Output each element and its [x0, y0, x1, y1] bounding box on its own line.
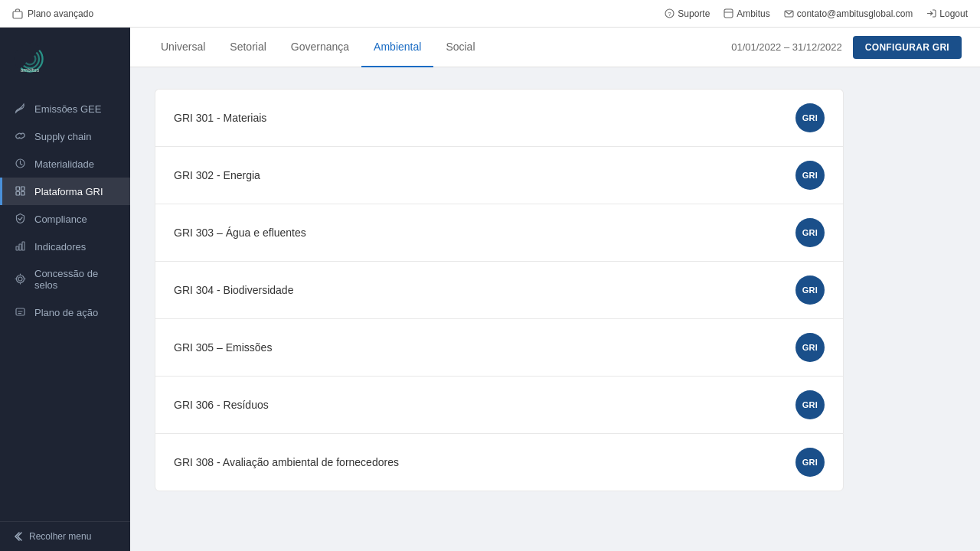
sidebar-label-supply-chain: Supply chain: [34, 131, 91, 142]
gri-item-gri-301[interactable]: GRI 301 - Materiais GRI: [155, 89, 844, 146]
sidebar-label-compliance: Compliance: [34, 214, 87, 225]
bar-icon: [15, 240, 27, 253]
logo[interactable]: ambitus: [0, 28, 130, 92]
support-link[interactable]: ? Suporte: [665, 8, 710, 19]
configurar-gri-button[interactable]: CONFIGURAR GRI: [853, 36, 962, 59]
sidebar-label-plano-acao: Plano de ação: [34, 307, 98, 318]
sidebar-item-plano-acao[interactable]: Plano de ação: [0, 298, 130, 326]
svg-rect-16: [21, 192, 25, 196]
gri-item-gri-303[interactable]: GRI 303 – Água e efluentes GRI: [155, 204, 844, 261]
sidebar-label-indicadores: Indicadores: [34, 241, 86, 253]
briefcase-icon: [12, 8, 23, 19]
sidebar-label-plataforma-gri: Plataforma GRI: [34, 186, 103, 197]
logout-icon: [926, 8, 936, 18]
tab-governanca[interactable]: Governança: [279, 28, 361, 67]
chain-icon: [15, 130, 27, 142]
date-range: 01/01/2022 – 31/12/2022: [731, 41, 842, 53]
main-content: GRI 301 - Materiais GRI GRI 302 - Energi…: [130, 67, 980, 551]
sidebar-item-supply-chain[interactable]: Supply chain: [0, 122, 130, 150]
material-icon: [15, 158, 27, 170]
action-icon: [15, 306, 27, 318]
tab-social[interactable]: Social: [433, 28, 487, 67]
sidebar: ambitus Emissões GEE Supply chain Materi…: [0, 28, 130, 551]
grid-icon: [15, 185, 27, 197]
nav-bar: UniversalSetorialGovernançaAmbientalSoci…: [130, 28, 980, 67]
gri-label-gri-302: GRI 302 - Energia: [174, 169, 260, 181]
support-icon: ?: [665, 8, 675, 18]
sidebar-item-materialidade[interactable]: Materialidade: [0, 150, 130, 178]
svg-rect-19: [22, 242, 24, 250]
sidebar-bottom: Recolher menu: [0, 521, 130, 551]
compliance-icon: [15, 213, 27, 225]
svg-rect-17: [16, 246, 18, 250]
collapse-label: Recolher menu: [29, 531, 91, 542]
svg-rect-15: [16, 192, 20, 196]
svg-rect-13: [16, 187, 20, 191]
tab-universal[interactable]: Universal: [149, 28, 217, 67]
svg-point-20: [17, 276, 24, 283]
gri-label-gri-308: GRI 308 - Avaliação ambiental de fornece…: [174, 456, 399, 468]
gri-item-gri-304[interactable]: GRI 304 - Biodiversidade GRI: [155, 261, 844, 318]
sidebar-item-plataforma-gri[interactable]: Plataforma GRI: [0, 178, 130, 205]
seal-icon: [15, 273, 27, 285]
gri-list: GRI 301 - Materiais GRI GRI 302 - Energi…: [155, 89, 844, 491]
email-icon: [784, 8, 794, 18]
gri-badge-gri-305: GRI: [795, 333, 825, 362]
sidebar-label-concessao-selos: Concessão de selos: [34, 268, 118, 291]
svg-rect-14: [21, 187, 25, 191]
gri-item-gri-308[interactable]: GRI 308 - Avaliação ambiental de fornece…: [155, 433, 844, 491]
sidebar-item-concessao-selos[interactable]: Concessão de selos: [0, 260, 130, 298]
collapse-menu-button[interactable]: Recolher menu: [12, 531, 118, 542]
nav-tabs: UniversalSetorialGovernançaAmbientalSoci…: [149, 28, 488, 67]
gri-item-gri-305[interactable]: GRI 305 – Emissões GRI: [155, 318, 844, 376]
sidebar-label-emissoes-gee: Emissões GEE: [34, 103, 101, 115]
leaf-icon: [15, 103, 27, 115]
ambitus-icon: [724, 8, 733, 18]
topbar-plan: Plano avançado: [12, 8, 93, 19]
email-link[interactable]: contato@ambitusglobal.com: [784, 8, 913, 19]
gri-badge-gri-303: GRI: [795, 218, 825, 247]
gri-item-gri-306[interactable]: GRI 306 - Resíduos GRI: [155, 376, 844, 433]
sidebar-item-compliance[interactable]: Compliance: [0, 205, 130, 233]
svg-text:ambitus: ambitus: [21, 67, 40, 73]
gri-badge-gri-301: GRI: [795, 103, 825, 132]
svg-point-21: [18, 277, 22, 281]
plan-label: Plano avançado: [28, 8, 93, 19]
chevron-left-icon: [12, 531, 23, 542]
gri-badge-gri-306: GRI: [795, 390, 825, 419]
topbar-actions: ? Suporte Ambitus contato@ambitusglobal.…: [665, 8, 968, 19]
gri-label-gri-306: GRI 306 - Resíduos: [174, 399, 269, 411]
ambitus-link[interactable]: Ambitus: [724, 8, 769, 19]
gri-badge-gri-302: GRI: [795, 161, 825, 190]
logo-image: ambitus: [12, 41, 47, 77]
logout-link[interactable]: Logout: [926, 8, 968, 19]
gri-label-gri-305: GRI 305 – Emissões: [174, 341, 272, 354]
gri-label-gri-303: GRI 303 – Água e efluentes: [174, 227, 306, 239]
svg-rect-18: [19, 244, 21, 250]
gri-label-gri-304: GRI 304 - Biodiversidade: [174, 284, 293, 296]
sidebar-nav: Emissões GEE Supply chain Materialidade …: [0, 92, 130, 521]
tab-setorial[interactable]: Setorial: [217, 28, 278, 67]
content-area: UniversalSetorialGovernançaAmbientalSoci…: [130, 28, 980, 551]
tab-ambiental[interactable]: Ambiental: [361, 28, 433, 67]
nav-right: 01/01/2022 – 31/12/2022 CONFIGURAR GRI: [731, 36, 962, 59]
sidebar-label-materialidade: Materialidade: [34, 158, 94, 170]
sidebar-item-indicadores[interactable]: Indicadores: [0, 233, 130, 260]
topbar: Plano avançado ? Suporte Ambitus contato…: [0, 0, 980, 28]
sidebar-item-emissoes-gee[interactable]: Emissões GEE: [0, 95, 130, 122]
svg-text:?: ?: [668, 11, 672, 18]
svg-rect-0: [13, 11, 22, 18]
gri-label-gri-301: GRI 301 - Materiais: [174, 112, 266, 124]
gri-badge-gri-308: GRI: [795, 448, 825, 477]
gri-badge-gri-304: GRI: [795, 276, 825, 305]
svg-rect-3: [724, 9, 733, 18]
gri-item-gri-302[interactable]: GRI 302 - Energia GRI: [155, 146, 844, 204]
